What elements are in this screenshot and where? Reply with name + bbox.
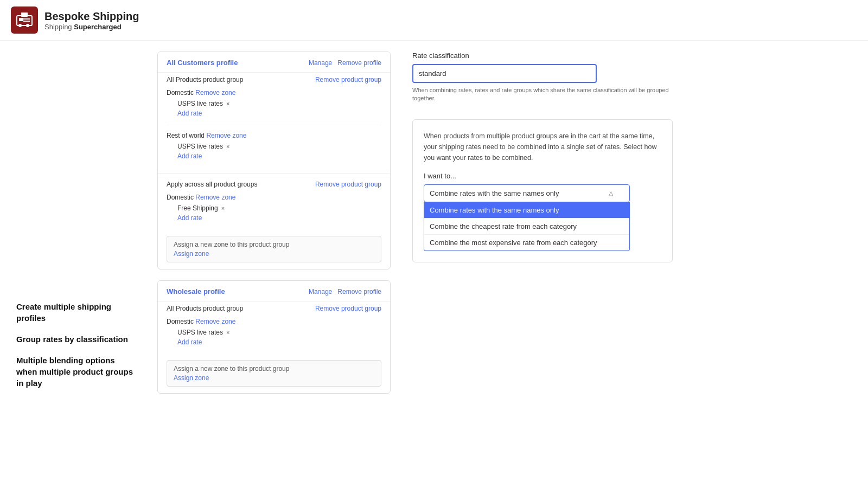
remove-profile-link-all-customers[interactable]: Remove profile (337, 59, 381, 67)
remove-product-group-link-2[interactable]: Remove product group (315, 305, 381, 312)
combine-option-1[interactable]: Combine the cheapest rate from each cate… (424, 218, 629, 234)
brand-tagline: Shipping Supercharged (44, 23, 139, 31)
remove-profile-link-wholesale[interactable]: Remove profile (337, 288, 381, 296)
add-rate-item-4: Add rate (177, 337, 381, 347)
combine-dropdown-options: Combine rates with the same names only C… (424, 202, 630, 251)
logo-box: Bespoke Shipping Shipping Supercharged (11, 7, 139, 34)
chevron-down-icon: △ (609, 190, 613, 197)
rate-classification-section: Rate classification When combining rates… (412, 52, 673, 103)
all-products-group-1: All Products product group Remove produc… (158, 72, 390, 170)
wholesale-profile-title: Wholesale profile (167, 287, 225, 296)
i-want-label: I want to... (424, 172, 661, 180)
right-panel: Rate classification When combining rates… (412, 52, 673, 262)
domestic-zone-label-2: Domestic Remove zone (167, 194, 381, 201)
svg-point-3 (26, 24, 29, 27)
add-rate-item-3: Add rate (177, 213, 381, 223)
rate-item: USPS live rates × (177, 99, 381, 108)
rate-item: Free Shipping × (177, 203, 381, 213)
rate-item: USPS live rates × (177, 142, 381, 151)
assign-zone-box-2: Assign a new zone to this product group … (167, 360, 381, 387)
remove-rate-x-4[interactable]: × (226, 329, 229, 336)
manage-link-wholesale[interactable]: Manage (309, 288, 332, 296)
left-sidebar: Create multiple shipping profiles Group … (16, 52, 136, 399)
manage-link-all-customers[interactable]: Manage (309, 59, 332, 67)
feature-1: Create multiple shipping profiles (16, 301, 136, 324)
assign-zone-link-1[interactable]: Assign zone (174, 250, 209, 258)
wholesale-profile-card: Wholesale profile Manage Remove profile … (157, 280, 391, 394)
all-products-group-2: All Products product group Remove produc… (158, 301, 390, 356)
domestic-zone-label-1: Domestic Remove zone (167, 89, 381, 97)
combine-description: When products from multiple product grou… (424, 131, 661, 163)
rest-of-world-remove-zone-1[interactable]: Remove zone (206, 132, 246, 139)
domestic-rate-list-1: USPS live rates × Add rate (167, 99, 381, 118)
combine-select-display[interactable]: Combine rates with the same names only △ (424, 184, 630, 202)
remove-apply-across-link-1[interactable]: Remove product group (315, 181, 381, 188)
domestic-remove-zone-3[interactable]: Remove zone (195, 318, 235, 325)
add-rate-link-4[interactable]: Add rate (177, 338, 202, 346)
rest-of-world-zone-label-1: Rest of world Remove zone (167, 132, 381, 139)
brand-name: Bespoke Shipping (44, 10, 139, 23)
apply-across-group-header-1: Apply across all product groups Remove p… (167, 181, 381, 188)
feature-3: Multiple blending options when multiple … (16, 355, 136, 389)
all-products-group-header-1: All Products product group Remove produc… (167, 76, 381, 84)
profile-actions-wholesale: Manage Remove profile (309, 288, 381, 296)
remove-product-group-link-1[interactable]: Remove product group (315, 76, 381, 84)
all-customers-profile-card: All Customers profile Manage Remove prof… (157, 52, 391, 269)
svg-rect-1 (19, 18, 23, 21)
assign-zone-label-1: Assign a new zone to this product group (174, 241, 374, 248)
rate-item: USPS live rates × (177, 328, 381, 337)
domestic-zone-label-3: Domestic Remove zone (167, 318, 381, 325)
svg-rect-6 (21, 12, 28, 17)
add-rate-item-2: Add rate (177, 151, 381, 161)
logo-text: Bespoke Shipping Shipping Supercharged (44, 10, 139, 31)
domestic-rate-list-3: USPS live rates × Add rate (167, 328, 381, 347)
profile-header-wholesale: Wholesale profile Manage Remove profile (158, 281, 390, 301)
all-products-group-header-2: All Products product group Remove produc… (167, 305, 381, 312)
svg-point-2 (18, 24, 22, 27)
all-customers-profile-title: All Customers profile (167, 59, 238, 67)
domestic-rate-list-2: Free Shipping × Add rate (167, 203, 381, 223)
rest-of-world-rate-list-1: USPS live rates × Add rate (167, 142, 381, 161)
combine-select-value: Combine rates with the same names only (430, 189, 559, 197)
add-rate-link-3[interactable]: Add rate (177, 214, 202, 222)
center-panel: All Customers profile Manage Remove prof… (157, 52, 391, 404)
profile-actions-all-customers: Manage Remove profile (309, 59, 381, 67)
add-rate-item-1: Add rate (177, 108, 381, 118)
rate-classification-help: When combining rates, rates and rate gro… (412, 86, 673, 103)
domestic-zone-3: Domestic Remove zone USPS live rates × A… (167, 314, 381, 350)
rate-classification-input[interactable] (412, 64, 597, 83)
assign-zone-label-2: Assign a new zone to this product group (174, 365, 374, 373)
domestic-remove-zone-1[interactable]: Remove zone (195, 89, 235, 97)
combine-section: When products from multiple product grou… (412, 119, 673, 262)
domestic-remove-zone-2[interactable]: Remove zone (195, 194, 235, 201)
assign-zone-link-2[interactable]: Assign zone (174, 374, 209, 382)
apply-across-title-1: Apply across all product groups (167, 181, 257, 188)
domestic-zone-2: Domestic Remove zone Free Shipping × Add… (167, 190, 381, 226)
logo-icon (11, 7, 38, 34)
all-products-title-2: All Products product group (167, 305, 243, 312)
all-products-title-1: All Products product group (167, 76, 243, 84)
add-rate-link-1[interactable]: Add rate (177, 110, 202, 117)
remove-rate-x-2[interactable]: × (226, 143, 229, 150)
feature-2: Group rates by classification (16, 333, 136, 345)
header: Bespoke Shipping Shipping Supercharged (0, 0, 868, 41)
main-layout: Create multiple shipping profiles Group … (0, 41, 868, 415)
add-rate-link-2[interactable]: Add rate (177, 152, 202, 160)
rate-classification-label: Rate classification (412, 52, 673, 60)
combine-option-2[interactable]: Combine the most expensive rate from eac… (424, 234, 629, 251)
combine-option-0[interactable]: Combine rates with the same names only (424, 202, 629, 218)
rest-of-world-zone-1: Rest of world Remove zone USPS live rate… (167, 129, 381, 164)
combine-select-wrapper: Combine rates with the same names only △… (424, 184, 630, 251)
apply-across-group-1: Apply across all product groups Remove p… (158, 177, 390, 232)
profile-header-all-customers: All Customers profile Manage Remove prof… (158, 52, 390, 72)
remove-rate-x-3[interactable]: × (221, 205, 225, 211)
remove-rate-x-1[interactable]: × (226, 100, 229, 107)
domestic-zone-1: Domestic Remove zone USPS live rates × A… (167, 86, 381, 121)
assign-zone-box-1: Assign a new zone to this product group … (167, 236, 381, 262)
